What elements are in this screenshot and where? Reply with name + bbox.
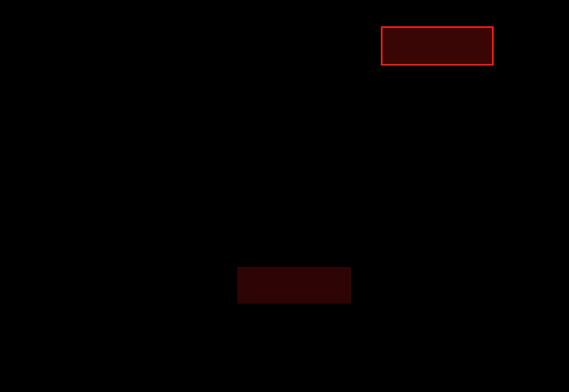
stock-chart-window <box>0 0 569 392</box>
watermark-top <box>381 26 494 66</box>
watermark-bottom <box>237 267 351 304</box>
